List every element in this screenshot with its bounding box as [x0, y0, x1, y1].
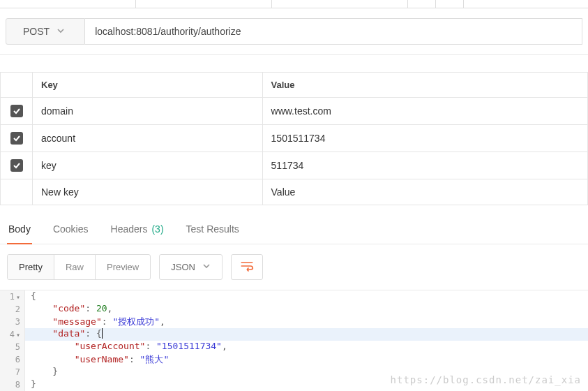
- request-bar: POST localhost:8081/authority/authorize: [0, 8, 588, 55]
- fold-toggle-icon[interactable]: ▾: [16, 331, 20, 339]
- param-value-cell[interactable]: 1501511734: [262, 125, 587, 152]
- preview-button[interactable]: Preview: [96, 255, 150, 279]
- code-line: 6 "userName": "熊大": [0, 353, 588, 366]
- param-value-cell[interactable]: 511734: [262, 152, 587, 179]
- line-number[interactable]: 5: [0, 341, 25, 353]
- param-checkbox-cell: [1, 179, 33, 205]
- param-key-cell[interactable]: domain: [33, 98, 263, 125]
- line-number[interactable]: 4▾: [0, 328, 25, 341]
- table-row: domainwww.test.com: [1, 98, 588, 125]
- param-checkbox-cell[interactable]: [1, 98, 33, 125]
- param-checkbox-cell[interactable]: [1, 125, 33, 152]
- code-text: "userAccount": "1501511734",: [25, 341, 588, 353]
- chevron-down-icon: [56, 26, 65, 37]
- params-table: Key Value domainwww.test.comaccount15015…: [0, 72, 588, 205]
- body-toolbar: Pretty Raw Preview JSON: [0, 244, 588, 290]
- code-text: {: [25, 290, 588, 303]
- table-row: key511734: [1, 152, 588, 179]
- pretty-button[interactable]: Pretty: [8, 255, 54, 279]
- table-row: account1501511734: [1, 125, 588, 152]
- method-selector[interactable]: POST: [6, 18, 85, 45]
- param-value-input[interactable]: Value: [262, 179, 587, 205]
- tab-cookies[interactable]: Cookies: [52, 219, 90, 244]
- line-number[interactable]: 6: [0, 353, 25, 366]
- param-key-input[interactable]: New key: [33, 179, 263, 205]
- param-checkbox-cell[interactable]: [1, 152, 33, 179]
- line-number[interactable]: 1▾: [0, 290, 25, 303]
- format-label: JSON: [171, 262, 195, 272]
- param-key-cell[interactable]: key: [33, 152, 263, 179]
- tab-headers[interactable]: Headers (3): [110, 219, 165, 244]
- line-number[interactable]: 8: [0, 378, 25, 391]
- wrap-icon: [240, 260, 254, 274]
- raw-button[interactable]: Raw: [54, 255, 96, 279]
- code-line: 1▾{: [0, 290, 588, 303]
- url-input[interactable]: localhost:8081/authority/authorize: [85, 18, 582, 45]
- table-row-new: New keyValue: [1, 179, 588, 205]
- fold-toggle-icon[interactable]: ▾: [16, 293, 20, 301]
- method-label: POST: [23, 26, 50, 37]
- code-line: 3 "message": "授权成功",: [0, 316, 588, 328]
- code-line: 5 "userAccount": "1501511734",: [0, 341, 588, 353]
- tab-body[interactable]: Body: [7, 219, 32, 244]
- format-selector[interactable]: JSON: [159, 254, 223, 280]
- tab-headers-count: (3): [151, 223, 163, 235]
- param-value-cell[interactable]: www.test.com: [262, 98, 587, 125]
- checkbox-checked-icon: [10, 159, 23, 172]
- view-mode-group: Pretty Raw Preview: [7, 254, 151, 280]
- param-key-cell[interactable]: account: [33, 125, 263, 152]
- top-tab-strip: [0, 0, 588, 8]
- code-line: 2 "code": 20,: [0, 303, 588, 316]
- line-number[interactable]: 3: [0, 316, 25, 328]
- chevron-down-icon: [202, 262, 211, 272]
- params-key-header: Key: [33, 73, 263, 98]
- checkbox-checked-icon: [10, 132, 23, 145]
- response-tabs: Body Cookies Headers (3) Test Results: [0, 211, 588, 244]
- tab-test-results[interactable]: Test Results: [185, 219, 241, 244]
- params-checkbox-header: [1, 73, 33, 98]
- code-text: "data": {: [25, 328, 588, 341]
- line-number[interactable]: 7: [0, 366, 25, 378]
- code-text: "message": "授权成功",: [25, 316, 588, 328]
- code-text: "userName": "熊大": [25, 353, 588, 366]
- code-text: "code": 20,: [25, 303, 588, 316]
- line-number[interactable]: 2: [0, 303, 25, 316]
- tab-headers-label: Headers: [111, 223, 148, 235]
- checkbox-checked-icon: [10, 105, 23, 117]
- watermark: https://blog.csdn.net/zai_xia: [391, 374, 581, 385]
- params-value-header: Value: [262, 73, 587, 98]
- wrap-line-button[interactable]: [231, 254, 263, 280]
- code-line: 4▾ "data": {: [0, 328, 588, 341]
